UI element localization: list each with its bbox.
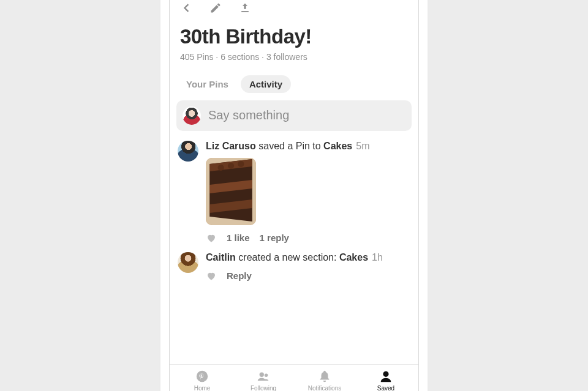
input-placeholder: Say something	[208, 108, 289, 122]
avatar[interactable]	[178, 141, 198, 162]
tab-activity[interactable]: Activity	[241, 75, 291, 93]
board-header: 30th Birthday! 405 Pins · 6 sections · 3…	[169, 21, 419, 64]
bottom-nav: Home Following Notifications Saved	[169, 364, 419, 392]
avatar	[183, 106, 201, 125]
bell-icon	[318, 370, 331, 383]
svg-point-7	[238, 161, 244, 167]
nav-saved[interactable]: Saved	[355, 370, 417, 392]
svg-point-6	[228, 163, 234, 169]
svg-point-11	[383, 371, 388, 376]
share-icon[interactable]	[239, 2, 251, 17]
tabs: Your Pins Activity	[169, 64, 419, 99]
replies-count[interactable]: 1 reply	[260, 233, 289, 243]
svg-point-5	[217, 165, 224, 171]
pinterest-icon	[195, 370, 209, 383]
nav-following[interactable]: Following	[233, 370, 294, 392]
activity-text: Liz Caruso saved a Pin to Cakes5m	[206, 141, 410, 152]
nav-home[interactable]: Home	[172, 370, 233, 392]
person-icon	[379, 370, 393, 383]
say-something-input[interactable]: Say something	[176, 100, 412, 131]
back-icon[interactable]	[180, 2, 192, 17]
toolbar	[169, 0, 419, 21]
board-title: 30th Birthday!	[180, 25, 408, 48]
activity-item: Caitlin created a new section: Cakes1h R…	[178, 252, 410, 281]
nav-notifications[interactable]: Notifications	[294, 370, 355, 392]
avatar[interactable]	[178, 252, 198, 273]
edit-icon[interactable]	[209, 2, 222, 17]
pin-thumbnail[interactable]	[206, 158, 256, 225]
likes-count[interactable]: 1 like	[227, 233, 250, 243]
svg-point-9	[260, 372, 264, 376]
phone-screen: 8:08 AM 30th Birthday! 405 Pins · 6 sect…	[169, 0, 419, 391]
activity-feed: Liz Caruso saved a Pin to Cakes5m 1 like	[169, 138, 419, 364]
reply-button[interactable]: Reply	[227, 270, 252, 281]
people-icon	[257, 370, 270, 383]
like-icon[interactable]	[206, 233, 217, 244]
like-icon[interactable]	[206, 270, 217, 281]
activity-item: Liz Caruso saved a Pin to Cakes5m 1 like	[178, 141, 410, 244]
activity-text: Caitlin created a new section: Cakes1h	[206, 252, 410, 263]
tab-your-pins[interactable]: Your Pins	[178, 75, 237, 93]
svg-point-10	[265, 373, 268, 377]
board-subtitle: 405 Pins · 6 sections · 3 followers	[180, 52, 408, 62]
svg-point-8	[197, 370, 208, 381]
